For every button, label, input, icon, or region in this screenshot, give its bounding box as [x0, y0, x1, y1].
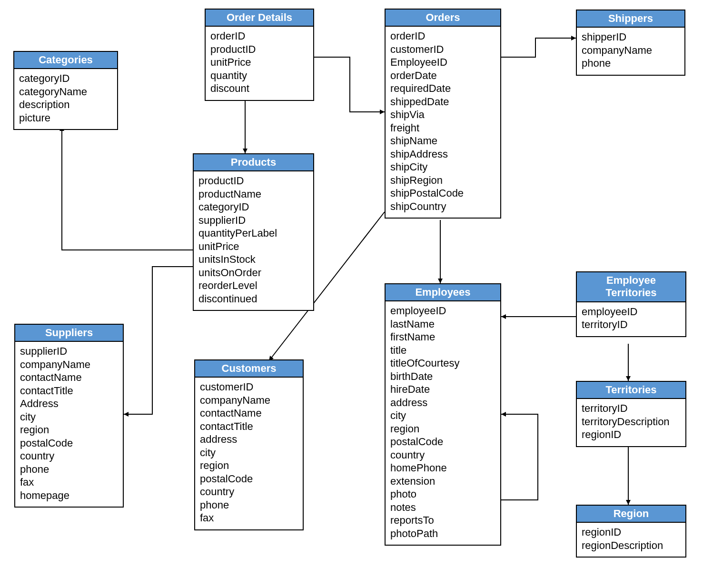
entity-field: unitsOnOrder — [198, 266, 308, 279]
entity-employees: EmployeesemployeeIDlastNamefirstNametitl… — [385, 283, 501, 546]
entity-field: supplierID — [20, 345, 118, 358]
entity-fields: employeeIDlastNamefirstNametitletitleOfC… — [386, 301, 500, 545]
entity-title: Suppliers — [15, 325, 123, 342]
entity-field: supplierID — [198, 214, 308, 227]
entity-field: region — [390, 422, 495, 436]
entity-fields: regionIDregionDescription — [577, 523, 685, 557]
entity-employee-territories: Employee TerritoriesemployeeIDterritoryI… — [576, 271, 686, 337]
entity-field: productName — [198, 188, 308, 201]
entity-field: address — [390, 396, 495, 409]
entity-categories: CategoriescategoryIDcategoryNamedescript… — [13, 51, 118, 130]
entity-field: shipAddress — [390, 148, 495, 161]
entity-field: contactTitle — [200, 420, 298, 433]
entity-field: territoryDescription — [582, 415, 681, 429]
entity-field: postalCode — [390, 435, 495, 448]
entity-fields: employeeIDterritoryID — [577, 302, 685, 336]
entity-field: employeeID — [582, 305, 681, 319]
entity-products: ProductsproductIDproductNamecategoryIDsu… — [193, 153, 314, 311]
entity-field: shipCountry — [390, 200, 495, 213]
entity-field: fax — [20, 476, 118, 489]
entity-field: shipperID — [582, 30, 680, 44]
entity-field: regionDescription — [582, 539, 681, 552]
entity-field: postalCode — [20, 437, 118, 450]
entity-field: territoryID — [582, 402, 681, 415]
entity-field: fax — [200, 511, 298, 525]
entity-field: customerID — [390, 43, 495, 56]
entity-field: country — [200, 485, 298, 498]
entity-field: orderID — [390, 30, 495, 43]
entity-field: companyName — [582, 44, 680, 57]
entity-field: phone — [20, 463, 118, 476]
entity-title: Shippers — [577, 10, 684, 28]
entity-field: contactName — [200, 407, 298, 420]
entity-field: contactTitle — [20, 384, 118, 398]
entity-title: Region — [577, 506, 685, 523]
entity-fields: customerIDcompanyNamecontactNamecontactT… — [195, 378, 303, 529]
entity-field: phone — [200, 498, 298, 512]
entity-field: country — [390, 448, 495, 462]
entity-field: contactName — [20, 371, 118, 384]
entity-customers: CustomerscustomerIDcompanyNamecontactNam… — [194, 359, 304, 530]
entity-field: shippedDate — [390, 95, 495, 109]
er-diagram: CategoriescategoryIDcategoryNamedescript… — [0, 0, 703, 588]
entity-field: discount — [210, 82, 308, 95]
entity-field: region — [20, 423, 118, 437]
entity-field: EmployeeID — [390, 56, 495, 69]
entity-field: quantityPerLabel — [198, 227, 308, 240]
entity-field: city — [200, 446, 298, 459]
entity-field: title — [390, 344, 495, 357]
entity-field: requiredDate — [390, 82, 495, 95]
entity-field: photo — [390, 488, 495, 501]
entity-field: categoryName — [19, 85, 112, 99]
entity-field: categoryID — [198, 200, 308, 214]
entity-field: address — [200, 433, 298, 446]
entity-field: reorderLevel — [198, 279, 308, 292]
entity-shippers: ShippersshipperIDcompanyNamephone — [576, 10, 685, 76]
entity-field: picture — [19, 111, 112, 125]
entity-field: territoryID — [582, 318, 681, 331]
entity-title: Order Details — [206, 10, 313, 27]
entity-field: lastName — [390, 318, 495, 331]
entity-title: Categories — [14, 52, 117, 69]
entity-field: reportsTo — [390, 514, 495, 527]
entity-field: shipCity — [390, 160, 495, 174]
entity-suppliers: SupplierssupplierIDcompanyNamecontactNam… — [14, 324, 124, 508]
entity-field: orderID — [210, 30, 308, 43]
entity-order-details: Order DetailsorderIDproductIDunitPricequ… — [205, 9, 314, 101]
entity-field: shipRegion — [390, 174, 495, 187]
entity-field: photoPath — [390, 527, 495, 540]
entity-field: country — [20, 449, 118, 463]
entity-field: unitsInStock — [198, 253, 308, 266]
entity-fields: categoryIDcategoryNamedescriptionpicture — [14, 69, 117, 129]
entity-field: unitPrice — [198, 240, 308, 253]
entity-field: birthDate — [390, 370, 495, 383]
entity-title: Orders — [386, 10, 500, 27]
entity-field: Address — [20, 397, 118, 410]
entity-field: city — [20, 410, 118, 424]
entity-fields: orderIDproductIDunitPricequantitydiscoun… — [206, 27, 313, 100]
entity-fields: supplierIDcompanyNamecontactNamecontactT… — [15, 342, 123, 507]
entity-field: postalCode — [200, 472, 298, 486]
entity-title: Territories — [577, 382, 685, 399]
entity-field: regionID — [582, 428, 681, 441]
entity-field: discontinued — [198, 292, 308, 306]
entity-field: unitPrice — [210, 56, 308, 69]
entity-title: Employees — [386, 284, 500, 301]
entity-field: productID — [198, 174, 308, 188]
entity-field: city — [390, 409, 495, 422]
entity-field: homePhone — [390, 461, 495, 475]
entity-field: companyName — [200, 394, 298, 407]
entity-field: firstName — [390, 330, 495, 344]
entity-field: shipPostalCode — [390, 187, 495, 200]
entity-field: hireDate — [390, 383, 495, 396]
entity-field: phone — [582, 57, 680, 70]
entity-title: Customers — [195, 360, 303, 378]
entity-field: freight — [390, 121, 495, 135]
entity-title: Products — [194, 154, 313, 171]
entity-field: customerID — [200, 380, 298, 394]
entity-field: homepage — [20, 489, 118, 502]
entity-field: regionID — [582, 526, 681, 539]
entity-territories: TerritoriesterritoryIDterritoryDescripti… — [576, 381, 686, 447]
entity-orders: OrdersorderIDcustomerIDEmployeeIDorderDa… — [385, 9, 501, 219]
entity-fields: orderIDcustomerIDEmployeeIDorderDaterequ… — [386, 27, 500, 218]
